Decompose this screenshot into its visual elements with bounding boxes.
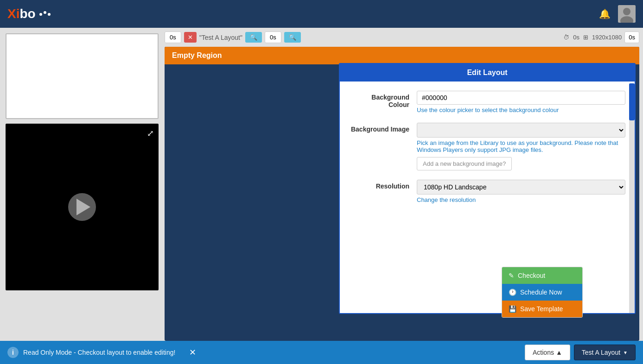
duration-left-btn[interactable]: 0s: [165, 31, 181, 43]
background-colour-field: Use the colour picker to select the back…: [417, 91, 625, 113]
play-button[interactable]: [68, 193, 96, 221]
bell-icon[interactable]: 🔔: [599, 8, 611, 19]
background-colour-help: Use the colour picker to select the back…: [417, 107, 625, 113]
bottom-right-buttons: Actions ▲ Test A Layout ▼: [525, 345, 636, 360]
scrollbar-thumb[interactable]: [629, 83, 635, 120]
play-triangle-icon: [76, 199, 90, 215]
resolution-label: Resolution: [349, 180, 409, 190]
resolution-row: Resolution 1080p HD Landscape Change the…: [349, 180, 625, 203]
layout-btn-label: Test A Layout: [582, 349, 620, 356]
resolution-field: 1080p HD Landscape Change the resolution: [417, 180, 625, 203]
background-image-help: Pick an image from the Library to use as…: [417, 139, 625, 153]
background-image-select[interactable]: [417, 123, 625, 138]
logo-dot-1: [39, 13, 42, 16]
scrollbar-track[interactable]: [629, 83, 635, 313]
empty-region-label: Empty Region: [165, 47, 639, 64]
edit-layout-header: Edit Layout: [340, 64, 635, 82]
left-panel: ⤢: [0, 28, 165, 341]
edit-layout-body: Background Colour Use the colour picker …: [340, 82, 635, 313]
schedule-action[interactable]: 🕐 Schedule Now: [502, 284, 582, 301]
logo-dots: [39, 13, 51, 16]
layout-preview-thumbnail: [6, 33, 159, 119]
edit-layout-panel: Edit Layout Background Colour Use the co…: [339, 63, 636, 314]
zoom-out-btn[interactable]: 🔍: [245, 32, 262, 43]
bottom-notification: i Read Only Mode - Checkout layout to en…: [7, 347, 196, 358]
actions-dropdown: ✎ Checkout 🕐 Schedule Now 💾 Save Templat…: [502, 267, 583, 318]
zoom-in-btn[interactable]: 🔍: [284, 32, 301, 43]
background-colour-row: Background Colour Use the colour picker …: [349, 91, 625, 113]
checkout-action[interactable]: ✎ Checkout: [502, 267, 582, 284]
logo[interactable]: Xibo: [7, 6, 51, 21]
video-preview: ⤢: [6, 124, 159, 290]
info-size: 1920x1080: [592, 34, 622, 41]
save-template-icon: 💾: [509, 305, 516, 313]
background-image-label: Background Image: [349, 123, 409, 133]
info-duration: 0s: [573, 34, 579, 41]
timeline-toolbar: 0s ✕ "Test A Layout" 🔍 0s 🔍 ⏱ 0s ⊞ 1920x…: [165, 31, 639, 43]
background-colour-input[interactable]: [417, 91, 625, 105]
avatar[interactable]: [618, 5, 636, 23]
layout-name-button[interactable]: Test A Layout ▼: [574, 345, 636, 360]
logo-dot-2: [44, 11, 46, 14]
duration-right-box: 0s: [624, 31, 639, 43]
zoom-level-btn[interactable]: 0s: [265, 31, 281, 43]
background-colour-label: Background Colour: [349, 91, 409, 108]
logo-text: Xibo: [7, 6, 36, 21]
info-icon: i: [7, 347, 19, 358]
schedule-label: Schedule Now: [520, 289, 562, 296]
info-expand-icon: ⊞: [583, 34, 588, 41]
save-template-action[interactable]: 💾 Save Template: [502, 301, 582, 317]
top-navigation: Xibo 🔔: [0, 0, 643, 28]
actions-label: Actions: [533, 349, 554, 356]
bottom-bar: i Read Only Mode - Checkout layout to en…: [0, 341, 643, 364]
layout-name-tag: "Test A Layout": [199, 34, 242, 41]
layout-caret-icon: ▼: [623, 350, 628, 355]
actions-caret-icon: ▲: [556, 349, 562, 356]
checkout-label: Checkout: [518, 272, 545, 279]
background-image-row: Background Image Pick an image from the …: [349, 123, 625, 170]
actions-button[interactable]: Actions ▲: [525, 345, 570, 360]
close-notification-btn[interactable]: ✕: [189, 347, 196, 358]
background-image-field: Pick an image from the Library to use as…: [417, 123, 625, 170]
close-layout-btn[interactable]: ✕: [184, 32, 197, 43]
resolution-select[interactable]: 1080p HD Landscape: [417, 180, 625, 195]
info-clock-icon: ⏱: [563, 34, 569, 41]
expand-icon[interactable]: ⤢: [147, 128, 154, 138]
avatar-image: [618, 5, 636, 23]
logo-ibo: bo: [19, 6, 35, 21]
save-template-label: Save Template: [520, 305, 563, 313]
logo-dot-3: [48, 13, 51, 16]
layout-info: ⏱ 0s ⊞ 1920x1080: [563, 34, 622, 41]
checkout-icon: ✎: [509, 272, 514, 279]
notification-text: Read Only Mode - Checkout layout to enab…: [23, 349, 175, 356]
change-resolution-link[interactable]: Change the resolution: [417, 196, 625, 203]
nav-right: 🔔: [599, 5, 636, 23]
logo-x: Xi: [7, 6, 19, 21]
add-background-image-btn[interactable]: Add a new background image?: [417, 157, 512, 170]
schedule-icon: 🕐: [509, 289, 516, 296]
svg-point-1: [623, 8, 630, 15]
